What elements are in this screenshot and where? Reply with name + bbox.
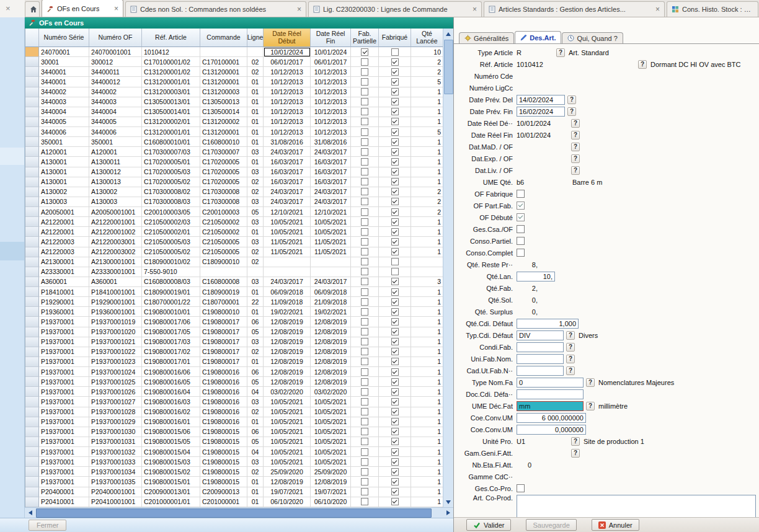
cell-date_fin[interactable]: 12/08/2019	[311, 477, 351, 487]
cell-commande[interactable]: C170200005	[200, 167, 247, 177]
cell-fab_partielle[interactable]	[351, 397, 379, 407]
cell-ligne[interactable]: 04	[247, 387, 264, 397]
fab-partielle-checkbox[interactable]	[361, 198, 368, 205]
cell-commande[interactable]: C160800010	[200, 137, 247, 147]
row-selector-cell[interactable]	[25, 347, 39, 357]
cell-ref_article[interactable]: C210500005/02	[142, 247, 200, 257]
cell-ligne[interactable]: 01	[247, 497, 264, 507]
fabrique-checkbox[interactable]	[391, 328, 399, 335]
cell-ref_article[interactable]: C190800017/05	[142, 327, 200, 337]
fab-partielle-checkbox[interactable]	[361, 408, 368, 415]
cell-date_debut[interactable]: 12/10/2021	[264, 207, 311, 217]
cell-qte_lancee[interactable]: 1	[411, 327, 443, 337]
cell-date_fin[interactable]: 10/05/2021	[311, 407, 351, 417]
cell-ligne[interactable]: 03	[247, 277, 264, 287]
ges-csa-of-checkbox[interactable]	[517, 225, 525, 233]
cell-numero_serie[interactable]: P19370001	[39, 327, 89, 337]
cell-ligne[interactable]	[247, 47, 264, 57]
cell-date_debut[interactable]: 12/08/2019	[264, 337, 311, 347]
cell-ligne[interactable]: 02	[247, 67, 264, 77]
column-header-fabrique[interactable]: Fabriqué	[379, 29, 411, 47]
cell-commande[interactable]: C131200001	[200, 67, 247, 77]
cell-fab_partielle[interactable]	[351, 197, 379, 207]
cell-fab_partielle[interactable]	[351, 347, 379, 357]
row-selector-cell[interactable]	[25, 307, 39, 317]
cell-date_debut[interactable]: 16/03/2017	[264, 157, 311, 167]
cell-date_fin[interactable]: 10/12/2013	[311, 67, 351, 77]
cell-commande[interactable]: C190800016	[200, 417, 247, 427]
cell-date_fin[interactable]: 31/08/2016	[311, 137, 351, 147]
tab-close-icon[interactable]: ×	[112, 4, 118, 13]
cell-ligne[interactable]: 01	[247, 97, 264, 107]
cell-numero_serie[interactable]: A21220001	[39, 217, 89, 227]
cell-fab_partielle[interactable]	[351, 467, 379, 477]
cell-numero_serie[interactable]: 3440001	[39, 77, 89, 87]
cell-ref_article[interactable]: C190800015/03	[142, 457, 200, 467]
cell-ref_article[interactable]: C170100001/02	[142, 57, 200, 67]
row-selector-cell[interactable]	[25, 487, 39, 497]
cell-numero_serie[interactable]: A120001	[39, 147, 89, 157]
fabrique-checkbox[interactable]	[391, 68, 399, 76]
cell-fab_partielle[interactable]	[351, 377, 379, 387]
cell-date_debut[interactable]: 12/08/2019	[264, 477, 311, 487]
cell-fab_partielle[interactable]	[351, 167, 379, 177]
fabrique-checkbox[interactable]	[391, 188, 399, 195]
cell-numero_serie[interactable]: A130003	[39, 197, 89, 207]
cell-ref_article[interactable]: C180700001/22	[142, 297, 200, 307]
fabrique-checkbox[interactable]	[391, 458, 399, 466]
cell-fab_partielle[interactable]	[351, 117, 379, 127]
cell-ligne[interactable]: 03	[247, 167, 264, 177]
cell-date_fin[interactable]: 16/03/2017	[311, 167, 351, 177]
row-selector-cell[interactable]	[25, 367, 39, 377]
cell-fabrique[interactable]	[379, 217, 411, 227]
cell-ref_article[interactable]: C210500002/01	[142, 227, 200, 237]
fabrique-checkbox[interactable]	[391, 448, 399, 456]
cell-numero_serie[interactable]: P19370001	[39, 427, 89, 437]
cell-date_debut[interactable]: 12/08/2019	[264, 357, 311, 367]
cell-fab_partielle[interactable]	[351, 47, 379, 57]
row-selector-cell[interactable]	[25, 407, 39, 417]
uni-fab-nom-input[interactable]	[517, 354, 564, 364]
cell-ligne[interactable]: 01	[247, 357, 264, 367]
cell-numero_of[interactable]: P18410001001	[89, 287, 142, 297]
fab-partielle-checkbox[interactable]	[361, 188, 368, 195]
cell-date_fin[interactable]: 12/08/2019	[311, 317, 351, 327]
cell-date_debut[interactable]: 19/07/2021	[264, 487, 311, 497]
cell-date_fin[interactable]: 10/12/2013	[311, 97, 351, 107]
cell-date_debut[interactable]: 06/10/2020	[264, 497, 311, 507]
fab-partielle-checkbox[interactable]	[361, 238, 368, 246]
cell-fab_partielle[interactable]	[351, 497, 379, 507]
cell-date_fin[interactable]: 10/12/2013	[311, 127, 351, 137]
cell-commande[interactable]: C131200001	[200, 77, 247, 87]
cell-date_fin[interactable]: 24/03/2017	[311, 187, 351, 197]
cell-qte_lancee[interactable]: 1	[411, 487, 443, 497]
cell-ligne[interactable]: 06	[247, 427, 264, 437]
cell-commande[interactable]: C131200002	[200, 117, 247, 127]
cell-ref_article[interactable]: C160800008/03	[142, 277, 200, 287]
cell-numero_serie[interactable]: P19370001	[39, 347, 89, 357]
row-selector-cell[interactable]	[25, 297, 39, 307]
fab-partielle-checkbox[interactable]	[361, 428, 368, 435]
cell-fab_partielle[interactable]	[351, 107, 379, 117]
cell-ref_article[interactable]: C190800015/06	[142, 427, 200, 437]
fabrique-checkbox[interactable]	[391, 138, 399, 146]
row-selector-cell[interactable]	[25, 187, 39, 197]
cell-numero_serie[interactable]: P19370001	[39, 407, 89, 417]
cell-commande[interactable]: C180900010	[200, 257, 247, 267]
cell-numero_of[interactable]: A23330001001	[89, 267, 142, 277]
cell-ref_article[interactable]: C190800010/01	[142, 307, 200, 317]
fab-partielle-checkbox[interactable]	[361, 58, 368, 66]
cell-commande[interactable]: C190800017	[200, 337, 247, 347]
cell-numero_serie[interactable]: P19370001	[39, 337, 89, 347]
cell-date_debut[interactable]: 24/03/2017	[264, 187, 311, 197]
cell-commande[interactable]: C200100003	[200, 207, 247, 217]
cell-date_debut[interactable]: 06/09/2018	[264, 287, 311, 297]
cell-fab_partielle[interactable]	[351, 57, 379, 67]
cell-commande[interactable]: C170100001	[200, 57, 247, 67]
cell-qte_lancee[interactable]	[411, 257, 443, 267]
cell-numero_of[interactable]: P19370001019	[89, 317, 142, 327]
cell-date_fin[interactable]: 19/07/2021	[311, 487, 351, 497]
cell-ref_article[interactable]: C131200001/01	[142, 127, 200, 137]
cell-date_fin[interactable]: 16/03/2017	[311, 157, 351, 167]
annuler-button[interactable]: Annuler	[592, 519, 639, 531]
